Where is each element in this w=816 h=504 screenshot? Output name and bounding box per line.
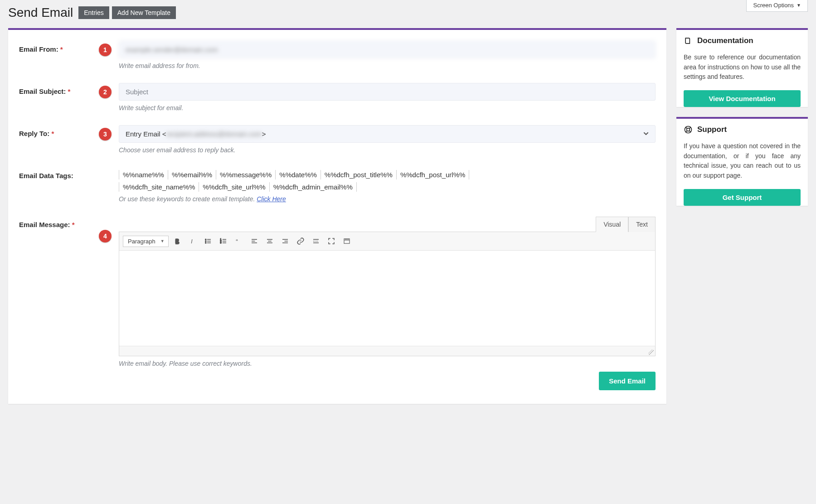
- data-tag[interactable]: %%message%%: [216, 170, 276, 179]
- data-tag[interactable]: %%name%%: [119, 170, 168, 179]
- link-icon[interactable]: [294, 235, 307, 247]
- svg-line-36: [685, 131, 687, 132]
- step-badge-4: 4: [99, 230, 112, 242]
- send-email-button[interactable]: Send Email: [599, 372, 656, 390]
- click-here-link[interactable]: Click Here: [257, 195, 286, 203]
- svg-text:I: I: [191, 238, 193, 245]
- blockquote-icon[interactable]: “: [232, 235, 246, 247]
- entries-button[interactable]: Entries: [78, 6, 109, 19]
- send-email-form-panel: Email From: * 1 Write email address for …: [8, 28, 666, 404]
- reply-to-value: recipient.address@domain.com: [166, 130, 262, 138]
- svg-point-4: [205, 241, 206, 242]
- bullet-list-icon[interactable]: [201, 235, 215, 247]
- page-title: Send Email: [8, 5, 73, 20]
- svg-line-37: [690, 131, 691, 132]
- email-message-hint: Write email body. Please use correct key…: [119, 360, 656, 367]
- step-badge-3: 3: [99, 128, 112, 141]
- data-tags-label: Email Data Tags:: [19, 167, 92, 179]
- reply-to-suffix: >: [262, 130, 266, 138]
- svg-point-2: [205, 239, 206, 240]
- get-support-button[interactable]: Get Support: [684, 189, 801, 206]
- bold-icon[interactable]: B: [170, 235, 184, 247]
- email-subject-label: Email Subject: *: [19, 83, 92, 95]
- reply-to-select[interactable]: Entry Email <recipient.address@domain.co…: [119, 125, 656, 143]
- screen-options-toggle[interactable]: Screen Options ▼: [746, 0, 808, 12]
- align-right-icon[interactable]: [278, 235, 292, 247]
- step-badge-1: 1: [99, 44, 112, 56]
- support-title: Support: [697, 125, 727, 134]
- add-new-template-button[interactable]: Add New Template: [112, 6, 176, 19]
- svg-line-34: [685, 127, 687, 128]
- data-tag[interactable]: %%email%%: [168, 170, 216, 179]
- documentation-panel: Documentation Be sure to reference our d…: [676, 28, 808, 107]
- data-tags-list-row2: %%dcfh_site_name%% %%dcfh_site_url%% %%d…: [119, 182, 656, 192]
- resize-grip-icon[interactable]: [648, 349, 654, 355]
- chevron-down-icon: ▼: [797, 3, 801, 8]
- email-from-hint: Write email address for from.: [119, 62, 656, 69]
- lifebuoy-icon: [684, 125, 693, 134]
- email-from-label: Email From: *: [19, 41, 92, 53]
- svg-text:“: “: [236, 238, 238, 245]
- view-documentation-button[interactable]: View Documentation: [684, 90, 801, 107]
- step-badge-2: 2: [99, 86, 112, 98]
- reply-to-label: Reply To: *: [19, 125, 92, 137]
- italic-icon[interactable]: I: [186, 235, 199, 247]
- support-body: If you have a question not covered in th…: [676, 137, 808, 189]
- book-icon: [684, 36, 693, 45]
- numbered-list-icon[interactable]: 123: [217, 235, 230, 247]
- documentation-body: Be sure to reference our documentation a…: [676, 48, 808, 90]
- reply-to-hint: Choose user email address to reply back.: [119, 146, 656, 154]
- editor-tab-text[interactable]: Text: [628, 217, 656, 232]
- svg-line-35: [690, 127, 691, 128]
- read-more-icon[interactable]: [309, 235, 323, 247]
- fullscreen-icon[interactable]: [325, 235, 338, 247]
- align-left-icon[interactable]: [248, 235, 261, 247]
- align-center-icon[interactable]: [263, 235, 277, 247]
- toolbar-toggle-icon[interactable]: [340, 235, 354, 247]
- data-tag[interactable]: %%dcfh_site_name%%: [119, 182, 199, 192]
- data-tag[interactable]: %%dcfh_post_url%%: [397, 170, 469, 179]
- svg-text:3: 3: [220, 241, 221, 244]
- data-tag[interactable]: %%dcfh_admin_email%%: [270, 182, 357, 192]
- svg-point-33: [687, 128, 690, 131]
- support-panel: Support If you have a question not cover…: [676, 117, 808, 206]
- data-tag[interactable]: %%dcfh_post_title%%: [321, 170, 397, 179]
- reply-to-prefix: Entry Email <: [126, 130, 166, 138]
- editor-tab-visual[interactable]: Visual: [596, 217, 628, 232]
- email-message-label: Email Message: *: [19, 216, 92, 228]
- documentation-title: Documentation: [697, 36, 753, 45]
- data-tag[interactable]: %%date%%: [276, 170, 321, 179]
- data-tags-list: %%name%% %%email%% %%message%% %%date%% …: [119, 170, 656, 179]
- data-tag[interactable]: %%dcfh_site_url%%: [199, 182, 269, 192]
- svg-text:B: B: [175, 238, 179, 245]
- email-from-input[interactable]: [119, 41, 656, 58]
- editor-toolbar: Paragraph▼ B I 123 “: [119, 232, 655, 251]
- data-tags-hint: Or use these keywords to create email te…: [119, 195, 656, 203]
- email-subject-input[interactable]: [119, 83, 656, 101]
- svg-point-6: [205, 242, 206, 243]
- email-message-editor[interactable]: [119, 251, 655, 346]
- email-subject-hint: Write subject for email.: [119, 104, 656, 111]
- editor-statusbar: [119, 346, 655, 356]
- screen-options-label: Screen Options: [753, 2, 794, 9]
- format-select[interactable]: Paragraph▼: [123, 236, 169, 247]
